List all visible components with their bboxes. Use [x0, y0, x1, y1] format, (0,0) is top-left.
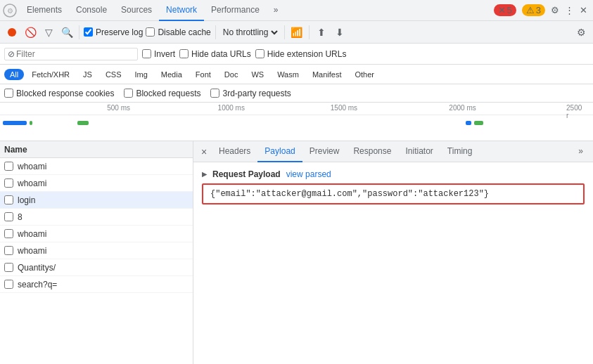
- type-tag-all[interactable]: All: [4, 69, 24, 80]
- list-item-checkbox[interactable]: [4, 280, 13, 289]
- type-tag-media[interactable]: Media: [155, 69, 188, 80]
- clear-icon: 🚫: [25, 27, 37, 38]
- throttle-select[interactable]: No throttling: [220, 27, 280, 38]
- type-tag-fetch-xhr[interactable]: Fetch/XHR: [26, 69, 75, 80]
- list-item-checkbox[interactable]: [4, 178, 13, 188]
- tab-elements[interactable]: Elements: [20, 0, 69, 21]
- invert-label[interactable]: Invert: [142, 49, 175, 59]
- type-filter-row: All Fetch/XHR JS CSS Img Media Font Doc …: [0, 65, 593, 84]
- top-tab-icons: ✕ 5 ⚠ 3 ⚙ ⋮ ✕: [494, 4, 587, 16]
- type-tag-css[interactable]: CSS: [100, 69, 127, 80]
- type-tag-doc[interactable]: Doc: [219, 69, 244, 80]
- list-item[interactable]: Quantitys/: [0, 259, 193, 276]
- blocked-response-cookies-checkbox[interactable]: [4, 89, 13, 98]
- network-settings-icon[interactable]: ⚙: [573, 25, 589, 40]
- blocked-requests-checkbox[interactable]: [124, 89, 133, 98]
- tab-console[interactable]: Console: [69, 0, 114, 21]
- settings-icon[interactable]: ⚙: [551, 5, 559, 15]
- type-tag-font[interactable]: Font: [190, 69, 217, 80]
- timeline-bar-4: [466, 121, 471, 125]
- list-item[interactable]: whoami: [0, 242, 193, 259]
- type-tag-ws[interactable]: WS: [246, 69, 269, 80]
- list-item[interactable]: whoami: [0, 158, 193, 175]
- view-parsed-link[interactable]: view parsed: [286, 169, 331, 179]
- import-icon[interactable]: ⬆: [314, 25, 329, 40]
- close-detail-button[interactable]: ×: [196, 144, 212, 160]
- preserve-log-label[interactable]: Preserve log: [84, 27, 143, 37]
- tab-performance[interactable]: Performance: [204, 0, 267, 21]
- toolbar-divider-1: [79, 25, 79, 39]
- more-options-icon[interactable]: ⋮: [565, 5, 574, 15]
- main-split: Name whoami whoami login 8 whoami whoami: [0, 141, 593, 364]
- filter-field-icon: ⊘: [8, 49, 15, 59]
- list-item-login[interactable]: login: [0, 192, 193, 209]
- warning-icon: ⚠: [526, 5, 535, 15]
- tab-more-button[interactable]: »: [571, 141, 590, 162]
- third-party-requests-checkbox[interactable]: [210, 89, 219, 98]
- clear-button[interactable]: 🚫: [23, 25, 38, 40]
- list-item-checkbox[interactable]: [4, 229, 13, 238]
- hide-data-urls-label[interactable]: Hide data URLs: [179, 49, 251, 59]
- list-item-checkbox[interactable]: [4, 246, 13, 255]
- tab-network[interactable]: Network: [159, 0, 204, 21]
- hide-data-urls-checkbox[interactable]: [179, 49, 189, 58]
- record-button[interactable]: [4, 25, 20, 40]
- list-item[interactable]: 8: [0, 209, 193, 226]
- list-item-checkbox[interactable]: [4, 263, 13, 272]
- list-item-checkbox[interactable]: [4, 162, 13, 171]
- toolbar-divider-3: [284, 25, 285, 39]
- error-badge[interactable]: ✕ 5: [494, 4, 516, 16]
- tab-response[interactable]: Response: [346, 141, 398, 162]
- type-tag-wasm[interactable]: Wasm: [272, 69, 305, 80]
- type-tag-js[interactable]: JS: [77, 69, 98, 80]
- tab-more[interactable]: »: [267, 0, 286, 21]
- toolbar-divider-2: [215, 25, 216, 39]
- filter-icon: ▽: [45, 27, 53, 38]
- warning-badge[interactable]: ⚠ 3: [522, 4, 545, 16]
- list-item-checkbox[interactable]: [4, 195, 13, 204]
- close-devtools-icon[interactable]: ✕: [580, 5, 587, 15]
- detail-tab-bar: × Headers Payload Preview Response Initi…: [193, 141, 593, 162]
- tab-headers[interactable]: Headers: [212, 141, 257, 162]
- checkbox-filter-row: Blocked response cookies Blocked request…: [0, 84, 593, 103]
- timeline-ruler: 500 ms 1000 ms 1500 ms 2000 ms 2500 r: [0, 103, 593, 115]
- search-button[interactable]: 🔍: [59, 25, 75, 40]
- payload-content-box: {"email":"attacker@gmail.com","password"…: [202, 183, 585, 204]
- preserve-log-checkbox[interactable]: [84, 27, 93, 37]
- detail-content: Request Payload view parsed {"email":"at…: [193, 162, 593, 364]
- blocked-requests-label[interactable]: Blocked requests: [124, 89, 200, 98]
- record-icon: [8, 28, 16, 37]
- ruler-mark-2000: 2000 ms: [449, 104, 476, 112]
- timeline-bar-5: [474, 121, 483, 125]
- wifi-icon[interactable]: 📶: [289, 25, 305, 40]
- type-tag-img[interactable]: Img: [129, 69, 153, 80]
- tab-timing[interactable]: Timing: [440, 141, 480, 162]
- type-tag-other[interactable]: Other: [349, 69, 380, 80]
- hide-ext-urls-label[interactable]: Hide extension URLs: [255, 49, 347, 59]
- blocked-response-cookies-label[interactable]: Blocked response cookies: [4, 89, 114, 98]
- ruler-mark-500: 500 ms: [107, 104, 130, 112]
- list-item-checkbox[interactable]: [4, 212, 13, 221]
- ruler-mark-1000: 1000 ms: [218, 104, 245, 112]
- export-icon[interactable]: ⬇: [332, 25, 347, 40]
- list-item[interactable]: search?q=: [0, 276, 193, 293]
- third-party-requests-label[interactable]: 3rd-party requests: [210, 89, 291, 98]
- top-tab-bar: ⚙ Elements Console Sources Network Perfo…: [0, 0, 593, 21]
- filter-button[interactable]: ▽: [41, 25, 56, 40]
- filter-input-wrap: ⊘: [4, 48, 138, 60]
- payload-section-title: Request Payload view parsed: [202, 169, 585, 179]
- tab-sources[interactable]: Sources: [114, 0, 159, 21]
- list-item[interactable]: whoami: [0, 175, 193, 192]
- tab-payload[interactable]: Payload: [257, 141, 302, 162]
- timeline-bar-3: [77, 121, 89, 125]
- timeline-bar-2: [30, 121, 32, 125]
- invert-checkbox[interactable]: [142, 49, 151, 58]
- filter-input[interactable]: [16, 49, 134, 59]
- disable-cache-checkbox[interactable]: [146, 27, 155, 37]
- list-item[interactable]: whoami: [0, 226, 193, 242]
- tab-initiator[interactable]: Initiator: [398, 141, 440, 162]
- disable-cache-label[interactable]: Disable cache: [146, 27, 210, 37]
- type-tag-manifest[interactable]: Manifest: [307, 69, 347, 80]
- tab-preview[interactable]: Preview: [302, 141, 347, 162]
- hide-ext-urls-checkbox[interactable]: [255, 49, 264, 58]
